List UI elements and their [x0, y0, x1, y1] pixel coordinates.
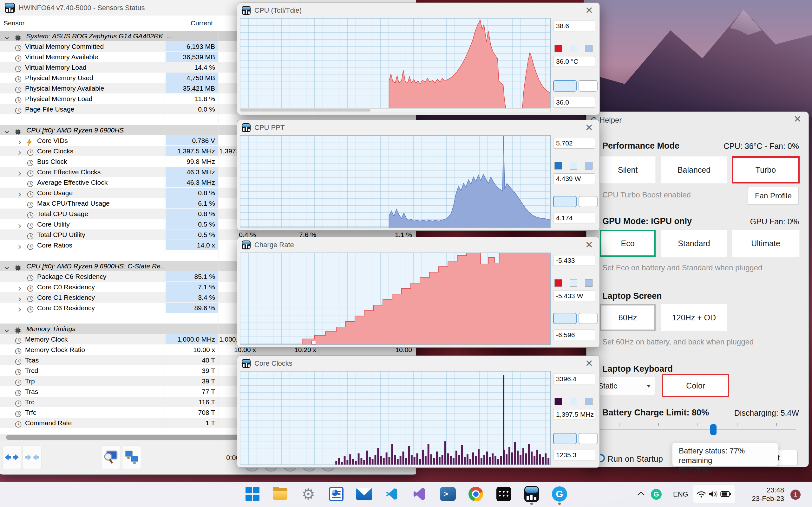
- reset-button[interactable]: [578, 433, 598, 444]
- taskbar-item-start[interactable]: [244, 485, 261, 503]
- battery-limit-slider-handle[interactable]: [710, 424, 716, 435]
- chevron-right-icon[interactable]: [17, 192, 22, 198]
- grid-color-swatch[interactable]: [585, 398, 593, 405]
- scroll-notch[interactable]: [311, 341, 316, 344]
- perf-btns-option-turbo[interactable]: Turbo: [732, 156, 800, 183]
- hwinfo-app-icon: [242, 6, 251, 15]
- chevron-down-icon[interactable]: [4, 328, 9, 333]
- grid-color-swatch[interactable]: [585, 279, 593, 287]
- slider-tick: [698, 423, 698, 426]
- chevron-down-icon[interactable]: [4, 35, 9, 41]
- auto-fit-button[interactable]: [553, 80, 577, 92]
- mail-icon: [356, 488, 372, 500]
- battery-limit-slider-track[interactable]: [599, 429, 796, 430]
- background-color-swatch[interactable]: [570, 162, 577, 170]
- column-sensor[interactable]: Sensor: [3, 19, 25, 27]
- graph-close-icon[interactable]: ✕: [583, 359, 595, 368]
- series-color-swatch[interactable]: [554, 45, 562, 52]
- series-color-swatch[interactable]: [554, 398, 562, 405]
- reset-button[interactable]: [578, 313, 598, 324]
- sensor-current-value: 39 T: [165, 376, 218, 386]
- grammarly-tray-icon[interactable]: G: [651, 489, 662, 500]
- chevron-down-icon[interactable]: [4, 265, 9, 271]
- graph-close-icon[interactable]: ✕: [583, 240, 595, 250]
- taskbar-item-mail[interactable]: [355, 485, 373, 503]
- chevron-right-icon[interactable]: [17, 297, 22, 302]
- chevron-right-icon[interactable]: [17, 286, 22, 291]
- taskbar-item-powershell[interactable]: >_: [439, 485, 457, 503]
- graph-plot-area: [240, 18, 551, 108]
- slider-tick: [776, 423, 777, 426]
- gpu-btns-option-eco[interactable]: Eco: [600, 230, 656, 257]
- expand-all-button[interactable]: [2, 446, 21, 469]
- screen-btns-option-120hz-od[interactable]: 120Hz + OD: [661, 304, 727, 331]
- reset-button[interactable]: [578, 80, 598, 92]
- auto-fit-button[interactable]: [553, 196, 577, 207]
- grid-color-swatch[interactable]: [585, 45, 593, 52]
- sensor-label: Tcas: [25, 355, 39, 365]
- fan-profile-button[interactable]: Fan Profile: [748, 187, 799, 205]
- series-color-swatch[interactable]: [554, 279, 562, 287]
- graph-max-value: 5.702: [553, 138, 595, 149]
- system-tray-group[interactable]: [693, 485, 735, 504]
- gpu-btns-option-ultimate[interactable]: Ultimate: [732, 230, 800, 257]
- background-color-swatch[interactable]: [570, 279, 577, 287]
- taskbar-item-g-helper[interactable]: G: [551, 485, 568, 503]
- clock[interactable]: 23:48 23-Feb-23: [745, 486, 784, 503]
- taskbar-item-chrome[interactable]: [467, 485, 485, 503]
- taskbar-item-system-monitor[interactable]: [327, 485, 345, 503]
- chip-icon: [14, 264, 21, 271]
- clock-icon: [27, 243, 34, 250]
- battery-status-tooltip: Battery status: 77% remaining 9h 47min: [672, 443, 778, 466]
- perf-btns-option-balanced[interactable]: Balanced: [661, 156, 727, 183]
- screen-btns-option-60hz[interactable]: 60Hz: [600, 304, 656, 331]
- graph-horizontal-scrollbar[interactable]: [240, 108, 551, 112]
- chevron-right-icon[interactable]: [17, 140, 22, 145]
- taskbar-item-visual-studio[interactable]: [411, 485, 429, 503]
- chevron-right-icon[interactable]: [17, 223, 22, 229]
- tray-chevron-up-icon[interactable]: [637, 491, 645, 498]
- taskbar-item-settings[interactable]: ⚙: [299, 485, 317, 503]
- desktop: HWiNFO64 v7.40-5000 - Sensors Status Sen…: [0, 0, 812, 507]
- ghelper-close-icon[interactable]: ✕: [792, 114, 803, 124]
- tooltip-line1: Battery status: 77% remaining: [679, 446, 778, 465]
- gpu-btns-option-standard[interactable]: Standard: [661, 230, 727, 257]
- sensor-current-value: 40 T: [165, 355, 218, 365]
- taskbar-item-file-explorer[interactable]: [271, 485, 289, 503]
- sensor-group-label: CPU [#0]: AMD Ryzen 9 6900HS: C-State Re…: [26, 261, 166, 271]
- sensor-label: Memory Clock: [25, 334, 67, 344]
- language-indicator[interactable]: ENG: [673, 490, 688, 498]
- collapse-all-button[interactable]: [22, 446, 42, 469]
- graph-close-icon[interactable]: ✕: [583, 123, 595, 132]
- taskbar-item-black-utility[interactable]: [495, 485, 513, 503]
- run-on-startup-label: Run on Startup: [607, 454, 663, 464]
- perf-btns-option-silent[interactable]: Silent: [600, 156, 656, 183]
- clock-icon: [15, 411, 21, 417]
- system-summary-button[interactable]: [101, 446, 120, 469]
- performance-mode-heading: Performance Mode: [602, 141, 679, 151]
- taskbar-item-hwinfo[interactable]: [523, 485, 541, 503]
- auto-fit-button[interactable]: [553, 433, 577, 444]
- remote-monitoring-button[interactable]: [122, 446, 141, 469]
- graph-close-icon[interactable]: ✕: [583, 6, 595, 15]
- series-color-swatch[interactable]: [554, 162, 562, 170]
- auto-fit-button[interactable]: [553, 313, 577, 324]
- chevron-right-icon[interactable]: [17, 307, 22, 313]
- vscode-icon: [385, 487, 399, 501]
- keyboard-color-button[interactable]: Color: [662, 374, 729, 397]
- tray-time: 23:48: [745, 486, 784, 494]
- notification-badge[interactable]: 1: [791, 490, 801, 500]
- keyboard-mode-dropdown[interactable]: Static: [594, 377, 655, 395]
- chevron-right-icon[interactable]: [17, 150, 22, 156]
- background-color-swatch[interactable]: [570, 398, 577, 405]
- chevron-right-icon[interactable]: [17, 244, 22, 250]
- taskbar-item-vscode[interactable]: [383, 485, 401, 503]
- column-current[interactable]: Current: [165, 19, 213, 27]
- chevron-right-icon[interactable]: [17, 171, 22, 176]
- background-color-swatch[interactable]: [570, 45, 577, 52]
- graph-max-value: 38.6: [553, 20, 595, 32]
- reset-button[interactable]: [578, 196, 598, 207]
- sensor-label: Trcd: [25, 365, 38, 376]
- grid-color-swatch[interactable]: [585, 162, 593, 170]
- chevron-down-icon[interactable]: [4, 129, 9, 135]
